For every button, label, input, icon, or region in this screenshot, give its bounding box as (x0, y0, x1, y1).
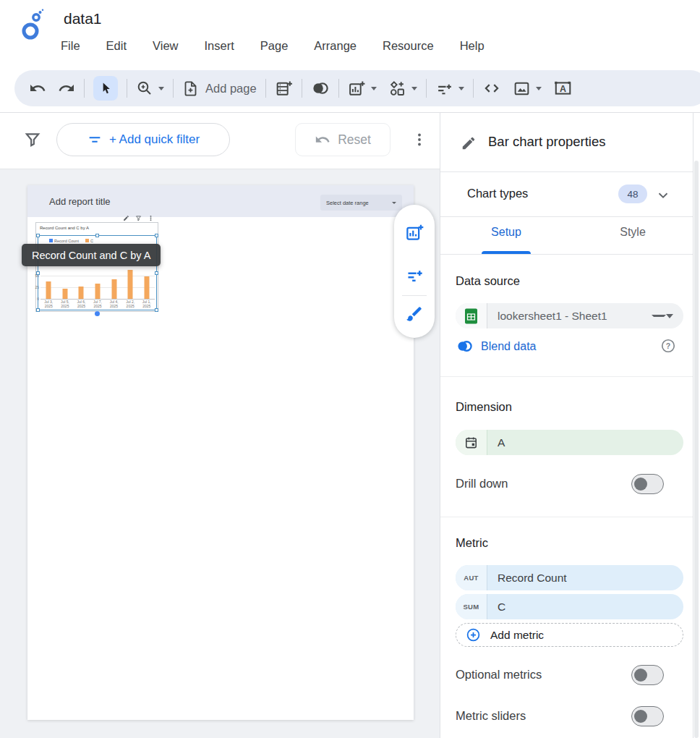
add-control-caret[interactable] (458, 87, 464, 90)
toolbar-divider (265, 79, 266, 98)
add-metric-button[interactable]: Add metric (456, 623, 683, 647)
data-source-selector[interactable]: lookersheet1 - Sheet1 (456, 303, 683, 328)
select-tool-button[interactable] (93, 76, 118, 101)
toolbar-divider (426, 79, 427, 98)
dimension-field[interactable]: A (456, 430, 683, 455)
svg-text:?: ? (666, 342, 670, 350)
metric-field-name: C (487, 601, 683, 614)
chart-edit-pencil-icon[interactable] (123, 215, 129, 221)
optional-metrics-toggle[interactable] (631, 665, 664, 685)
drill-down-toggle[interactable] (631, 474, 664, 494)
menu-help[interactable]: Help (460, 39, 485, 53)
data-source-caret (652, 315, 666, 317)
tab-style[interactable]: Style (604, 226, 662, 239)
zoom-icon[interactable] (136, 80, 153, 97)
reset-button[interactable]: Reset (295, 123, 390, 156)
add-quick-filter-label: + Add quick filter (109, 132, 200, 147)
selection-handle[interactable] (155, 234, 158, 237)
selection-bottom-handle[interactable] (95, 311, 100, 316)
floating-actions-pill (394, 205, 435, 338)
panel-divider (440, 171, 693, 172)
selection-handle[interactable] (155, 271, 158, 275)
menu-view[interactable]: View (153, 39, 178, 53)
sheets-icon (456, 303, 487, 328)
date-range-control[interactable]: Select date range (320, 195, 402, 211)
toolbar-divider (473, 79, 474, 98)
selection-handle[interactable] (155, 308, 158, 312)
tab-setup[interactable]: Setup (477, 226, 535, 239)
undo-icon[interactable] (29, 80, 46, 97)
menu-resource[interactable]: Resource (383, 39, 434, 53)
float-theme-brush-icon[interactable] (405, 305, 424, 323)
community-viz-caret[interactable] (411, 87, 417, 90)
chart-types-label[interactable]: Chart types (467, 187, 528, 200)
date-range-caret (392, 202, 396, 204)
selection-handle[interactable] (95, 234, 99, 237)
panel-scrollbar-thumb[interactable] (694, 161, 699, 738)
blend-data-label: Blend data (481, 340, 537, 353)
menu-page[interactable]: Page (260, 39, 289, 53)
redo-icon[interactable] (58, 80, 75, 97)
metric-field-record-count[interactable]: AUT Record Count (456, 565, 683, 590)
add-quick-filter-button[interactable]: + Add quick filter (56, 123, 230, 156)
add-control-icon[interactable] (435, 80, 453, 98)
selection-handle[interactable] (36, 308, 40, 312)
text-box-icon[interactable]: A (553, 79, 572, 98)
chart-more-icon[interactable] (148, 215, 154, 221)
add-page-label[interactable]: Add page (205, 82, 257, 96)
selection-handle[interactable] (36, 271, 40, 275)
toolbar-divider (127, 79, 127, 98)
metric-sliders-toggle[interactable] (631, 706, 664, 726)
reset-label: Reset (338, 132, 371, 148)
add-metric-label: Add metric (490, 629, 544, 642)
embed-code-icon[interactable] (482, 79, 501, 98)
data-source-dropdown-caret (666, 314, 673, 318)
data-source-heading: Data source (456, 274, 520, 288)
toggle-knob (634, 669, 647, 682)
add-data-icon[interactable] (275, 80, 293, 98)
filter-funnel-icon[interactable] (23, 130, 42, 149)
panel-divider (440, 216, 693, 217)
dimension-field-name: A (487, 436, 683, 449)
blend-data-icon[interactable] (311, 79, 330, 98)
add-chart-caret[interactable] (371, 87, 377, 90)
zoom-dropdown-caret[interactable] (158, 87, 164, 90)
looker-studio-logo[interactable] (19, 9, 46, 42)
report-title[interactable]: data1 (64, 10, 102, 27)
toggle-knob (634, 478, 647, 491)
menu-file[interactable]: File (61, 39, 80, 53)
more-options-icon[interactable] (411, 131, 428, 148)
image-icon[interactable] (513, 80, 531, 98)
calendar-icon (456, 430, 487, 455)
metric-field-c[interactable]: SUM C (456, 594, 683, 619)
menu-insert[interactable]: Insert (205, 39, 234, 53)
panel-title: Bar chart properties (488, 134, 605, 150)
community-visualizations-icon[interactable] (388, 80, 406, 98)
float-add-chart-icon[interactable] (405, 223, 424, 242)
blend-data-button[interactable]: Blend data (456, 337, 537, 355)
toolbar-divider (173, 79, 174, 98)
add-report-title-text[interactable]: Add report title (49, 196, 111, 207)
selection-handle[interactable] (36, 234, 40, 237)
chart-filter-icon[interactable] (135, 215, 142, 221)
toolbar-divider (302, 79, 302, 98)
panel-left-border (440, 113, 440, 738)
panel-divider (440, 254, 693, 255)
toolbar-divider (338, 79, 339, 98)
menu-edit[interactable]: Edit (106, 39, 127, 53)
metric-sliders-label: Metric sliders (456, 709, 526, 723)
optional-metrics-label: Optional metrics (456, 668, 542, 682)
menubar: File Edit View Insert Page Arrange Resou… (61, 39, 485, 53)
help-icon[interactable]: ? (660, 338, 676, 354)
date-range-label: Select date range (326, 200, 369, 206)
chart-types-count-badge: 48 (618, 184, 647, 203)
add-page-icon[interactable] (182, 80, 199, 97)
aggregation-badge: SUM (456, 594, 487, 619)
float-add-control-icon[interactable] (405, 266, 424, 285)
image-dropdown-caret[interactable] (536, 87, 542, 90)
add-chart-icon[interactable] (348, 80, 366, 98)
chart-types-chevron-icon[interactable] (655, 187, 671, 203)
quick-filter-icon (87, 132, 103, 148)
toggle-knob (634, 710, 647, 723)
menu-arrange[interactable]: Arrange (314, 39, 357, 53)
